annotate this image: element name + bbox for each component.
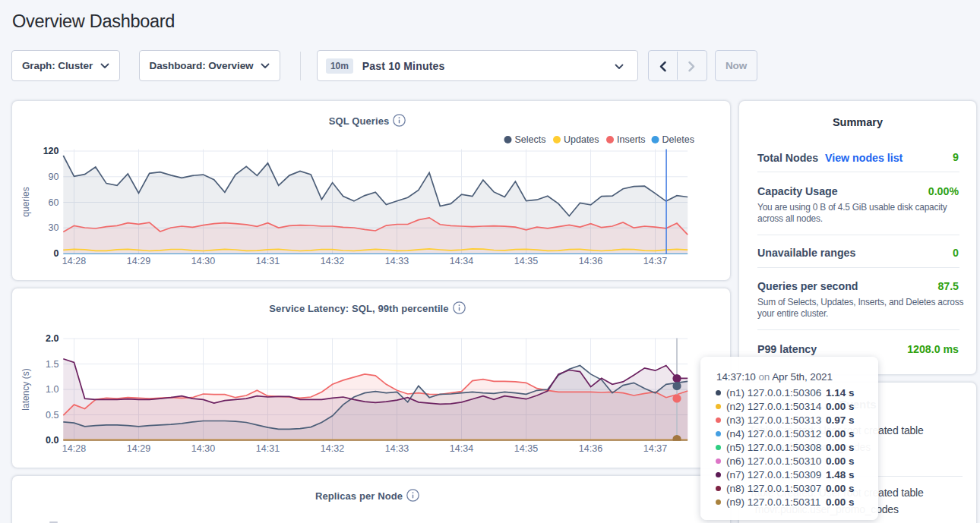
svg-text:14:34: 14:34	[449, 443, 473, 454]
svg-text:90: 90	[48, 172, 58, 182]
svg-text:latency (s): latency (s)	[20, 368, 30, 410]
svg-text:14:30: 14:30	[191, 443, 214, 454]
svg-text:14:31: 14:31	[255, 443, 279, 454]
svg-text:120: 120	[43, 146, 58, 156]
svg-text:14:35: 14:35	[514, 443, 537, 454]
svg-text:Deletes: Deletes	[662, 134, 694, 145]
svg-text:14:32: 14:32	[320, 256, 343, 266]
svg-text:Updates: Updates	[564, 134, 599, 145]
svg-text:0: 0	[53, 248, 58, 259]
svg-text:1.5: 1.5	[46, 359, 58, 370]
svg-text:14:37: 14:37	[643, 256, 666, 266]
svg-text:14:37: 14:37	[643, 443, 666, 454]
svg-text:queries: queries	[20, 187, 30, 216]
svg-text:1.0: 1.0	[46, 384, 58, 395]
svg-text:14:32: 14:32	[320, 443, 343, 454]
svg-text:14:28: 14:28	[62, 256, 85, 266]
svg-text:Selects: Selects	[514, 134, 545, 145]
svg-text:30: 30	[48, 222, 58, 233]
svg-text:14:34: 14:34	[449, 256, 473, 266]
svg-text:14:28: 14:28	[62, 443, 85, 454]
svg-text:14:31: 14:31	[255, 256, 279, 266]
svg-text:60: 60	[48, 197, 58, 208]
svg-text:14:36: 14:36	[578, 443, 602, 454]
svg-text:14:33: 14:33	[384, 443, 408, 454]
svg-text:0.0: 0.0	[46, 435, 58, 446]
svg-text:14:35: 14:35	[514, 256, 537, 266]
svg-text:Inserts: Inserts	[617, 134, 646, 145]
svg-text:14:30: 14:30	[191, 256, 214, 266]
svg-text:14:29: 14:29	[126, 443, 150, 454]
svg-text:2.0: 2.0	[46, 333, 58, 344]
svg-text:14:36: 14:36	[578, 256, 602, 266]
svg-text:14:29: 14:29	[126, 256, 150, 266]
svg-text:14:33: 14:33	[384, 256, 408, 266]
svg-text:0.5: 0.5	[46, 410, 58, 421]
